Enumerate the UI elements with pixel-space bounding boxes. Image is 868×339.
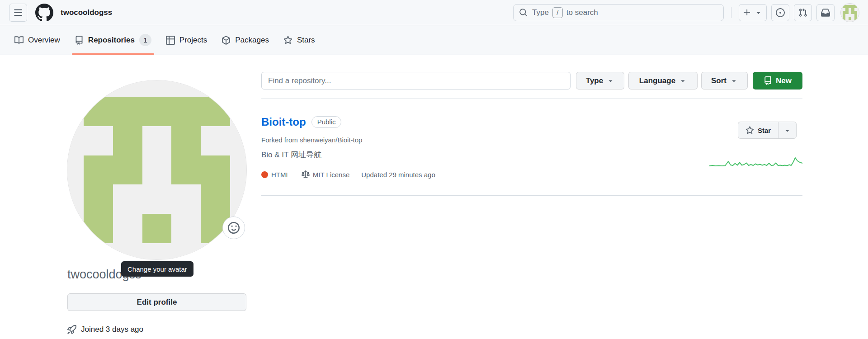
license-label: MIT License <box>313 171 349 179</box>
issues-button[interactable] <box>771 4 789 21</box>
star-icon <box>745 126 754 135</box>
divider <box>261 99 802 99</box>
chevron-down-icon <box>730 77 738 85</box>
filter-label: Language <box>639 76 675 85</box>
hamburger-icon <box>14 8 23 17</box>
star-icon <box>283 36 292 45</box>
new-repository-button[interactable]: New <box>753 72 802 89</box>
header-context-title[interactable]: twocooldogss <box>61 8 112 17</box>
profile-avatar[interactable] <box>67 80 246 259</box>
issues-icon <box>776 8 785 17</box>
github-logo[interactable] <box>35 4 53 22</box>
profile-tab-nav: Overview Repositories 1 Projects Package… <box>0 25 868 55</box>
edit-profile-button[interactable]: Edit profile <box>67 293 246 311</box>
repo-language: HTML <box>261 171 290 179</box>
header-divider <box>731 7 731 18</box>
repo-description: Bio & IT 网址导航 <box>261 150 321 160</box>
set-status-button[interactable] <box>222 217 245 239</box>
tab-label: Overview <box>28 36 60 45</box>
pull-requests-button[interactable] <box>794 4 812 21</box>
avatar-identicon-mini <box>841 4 859 22</box>
joined-text: Joined 3 days ago <box>81 325 143 334</box>
plus-icon <box>743 8 751 17</box>
global-search[interactable]: Type / to search <box>513 4 724 21</box>
repo-title-row: Bioit-top Public <box>261 116 341 128</box>
tab-overview[interactable]: Overview <box>7 25 67 55</box>
repo-updated: Updated 29 minutes ago <box>361 171 435 179</box>
repo-icon <box>764 76 772 85</box>
activity-sparkline-line <box>709 158 802 166</box>
chevron-down-icon <box>607 77 614 85</box>
tab-label: Projects <box>179 36 207 45</box>
repo-license: MIT License <box>302 170 349 179</box>
tab-label: Stars <box>297 36 315 45</box>
projects-icon <box>166 36 175 45</box>
repositories-count-badge: 1 <box>139 34 151 46</box>
repo-visibility-badge: Public <box>311 116 342 128</box>
find-repository-input[interactable] <box>261 72 571 89</box>
smiley-icon <box>228 222 240 234</box>
fork-prefix: Forked from <box>261 136 298 144</box>
joined-date: Joined 3 days ago <box>67 325 143 334</box>
tab-projects[interactable]: Projects <box>159 25 214 55</box>
chevron-down-icon <box>679 77 687 85</box>
search-placeholder-post: to search <box>566 8 598 17</box>
header-user-avatar[interactable] <box>841 4 859 22</box>
tab-label: Repositories <box>88 36 135 45</box>
search-icon <box>519 8 528 17</box>
tab-packages[interactable]: Packages <box>214 25 276 55</box>
filter-label: Type <box>586 76 603 85</box>
inbox-icon <box>821 8 830 17</box>
avatar-identicon <box>67 80 246 259</box>
law-icon <box>302 170 310 179</box>
inbox-button[interactable] <box>816 4 835 21</box>
activity-sparkline <box>709 156 802 168</box>
star-button-label: Star <box>758 127 771 134</box>
app-header: twocooldogss Type / to search <box>0 0 868 25</box>
search-placeholder-pre: Type <box>532 8 549 17</box>
repo-meta-row: HTML MIT License Updated 29 minutes ago <box>261 170 435 179</box>
rocket-icon <box>67 325 76 334</box>
tab-label: Packages <box>235 36 269 45</box>
page-content: Change your avatar twocooldogss Edit pro… <box>0 55 868 339</box>
tab-stars[interactable]: Stars <box>276 25 322 55</box>
divider <box>261 195 802 196</box>
pull-request-icon <box>798 8 807 17</box>
new-button-label: New <box>776 76 792 85</box>
chevron-down-icon <box>783 127 791 134</box>
chevron-down-icon <box>754 8 763 17</box>
package-icon <box>222 36 231 45</box>
fork-source-link[interactable]: shenweiyan/Bioit-top <box>300 136 362 144</box>
tab-repositories[interactable]: Repositories 1 <box>67 25 159 55</box>
type-filter-button[interactable]: Type <box>576 72 624 89</box>
language-dot <box>261 171 268 178</box>
star-dropdown-button[interactable] <box>778 122 797 139</box>
filter-label: Sort <box>711 76 726 85</box>
fork-source-line: Forked from shenweiyan/Bioit-top <box>261 136 362 144</box>
language-filter-button[interactable]: Language <box>628 72 698 89</box>
star-button-group: Star <box>738 122 797 139</box>
sort-filter-button[interactable]: Sort <box>701 72 748 89</box>
repo-name-link[interactable]: Bioit-top <box>261 116 306 128</box>
language-label: HTML <box>271 171 290 179</box>
book-icon <box>14 36 24 45</box>
slash-key-hint: / <box>552 7 563 18</box>
repo-icon <box>75 36 84 45</box>
avatar-tooltip: Change your avatar <box>121 261 193 277</box>
hamburger-menu-button[interactable] <box>9 4 27 22</box>
star-button[interactable]: Star <box>738 122 778 139</box>
create-new-button[interactable] <box>739 4 767 21</box>
